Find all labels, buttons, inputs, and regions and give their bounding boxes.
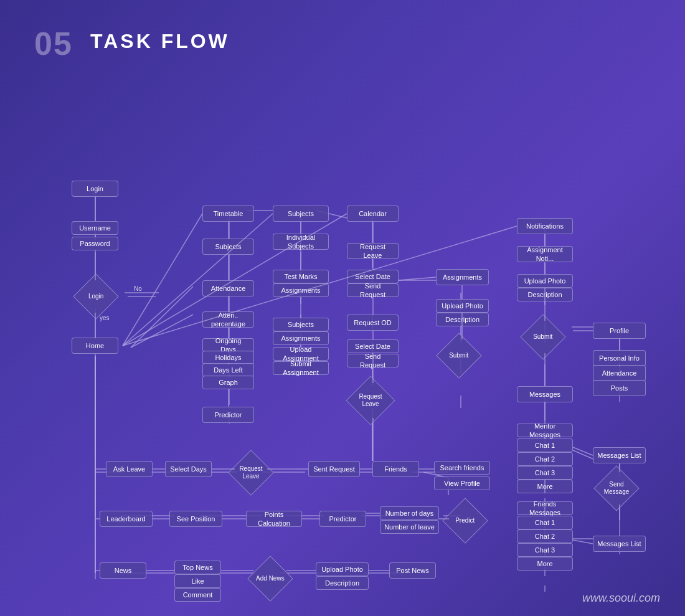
upload-assignment-node: Upload Assignment xyxy=(273,347,329,361)
svg-line-78 xyxy=(572,450,595,460)
svg-line-5 xyxy=(131,287,193,348)
like-node: Like xyxy=(174,574,221,588)
chat1-mentor-node: Chat 1 xyxy=(517,438,573,452)
page-title: TASK FLOW xyxy=(90,30,230,53)
view-profile-node: View Profile xyxy=(434,476,490,490)
flow-canvas: Login Username Password Login No yes Hom… xyxy=(25,69,660,598)
svg-line-108 xyxy=(399,277,436,280)
description-news-node: Description xyxy=(316,576,369,590)
leaderboard-node: Leaderboard xyxy=(100,511,153,527)
select-date2-node: Select Date xyxy=(347,339,399,353)
holidays-node: Holidays xyxy=(202,351,254,364)
assignments-sub-node: Assignments xyxy=(273,283,329,297)
sent-request-node: Sent Request xyxy=(308,461,360,477)
request-leave-diamond2-node: Request Leave xyxy=(228,450,274,496)
notifications-node: Notifications xyxy=(517,218,573,234)
more-mentor-node: More xyxy=(517,480,573,493)
chat1-friends-node: Chat 1 xyxy=(517,516,573,529)
login-diamond-node: Login xyxy=(73,273,119,320)
friends-node: Friends xyxy=(372,461,419,477)
personal-info-node: Personal Info xyxy=(593,350,646,366)
ongoing-days-node: Ongoing Days xyxy=(202,338,254,352)
search-friends-node: Search friends xyxy=(434,461,490,475)
chat2-friends-node: Chat 2 xyxy=(517,529,573,543)
number-leave-node: Number of leave xyxy=(380,520,439,534)
username-node: Username xyxy=(72,221,118,235)
description-right-node: Description xyxy=(517,288,573,301)
page-number: 05 xyxy=(34,25,73,62)
chat3-mentor-node: Chat 3 xyxy=(517,466,573,480)
messages-node: Messages xyxy=(517,386,573,402)
days-left-node: Days Left xyxy=(202,363,254,377)
posts-node: Posts xyxy=(593,380,646,396)
submit-assignment-node: Submit Assignment xyxy=(273,361,329,375)
select-days-node: Select Days xyxy=(165,461,212,477)
upload-photo-right-node: Upload Photo xyxy=(517,274,573,288)
send-message-diamond-node: Send Message xyxy=(593,465,640,511)
description-assign-node: Description xyxy=(436,313,489,326)
svg-line-6 xyxy=(131,315,193,348)
messages-list1-node: Messages List xyxy=(593,447,646,463)
calendar-node: Calendar xyxy=(347,206,399,222)
predict-diamond-node: Predict xyxy=(442,498,488,544)
submit-diamond-node: Submit xyxy=(436,333,482,379)
predictor-mid-node: Predictor xyxy=(319,511,366,527)
add-news-diamond-node: Add News xyxy=(247,556,293,602)
request-od-node: Request OD xyxy=(347,315,399,331)
upload-photo-assign-node: Upload Photo xyxy=(436,299,489,313)
timetable-node: Timetable xyxy=(202,206,254,222)
request-leave-top-node: Request Leave xyxy=(347,243,399,259)
assignment-noti-node: Assignment Noti... xyxy=(517,246,573,262)
chat3-friends-node: Chat 3 xyxy=(517,543,573,557)
submit-diamond2-node: Submit xyxy=(520,314,566,360)
points-calc-node: Points Calcuation xyxy=(246,511,302,527)
subjects-assign-node: Subjects xyxy=(273,318,329,331)
chat2-mentor-node: Chat 2 xyxy=(517,452,573,466)
attendance-profile-node: Attendance xyxy=(593,365,646,381)
individual-subjects-node: Individual Subjects xyxy=(273,234,329,250)
assignments2-node: Assignments xyxy=(273,331,329,345)
password-node: Password xyxy=(72,237,118,250)
subjects-mid-node: Subjects xyxy=(273,206,329,222)
request-leave-diamond-node: Request Leave xyxy=(346,376,395,425)
profile-node: Profile xyxy=(593,323,646,339)
graph-node: Graph xyxy=(202,376,254,389)
attendance-node: Attendance xyxy=(202,280,254,296)
no-label: No xyxy=(134,285,142,292)
svg-line-126 xyxy=(573,447,593,455)
test-marks-node: Test Marks xyxy=(273,270,329,283)
more-friends-node: More xyxy=(517,557,573,571)
send-request2-node: Send Request xyxy=(347,354,399,367)
top-news-node: Top News xyxy=(174,561,221,574)
friends-messages-node: Friends Messages xyxy=(517,501,573,515)
news-node: News xyxy=(100,562,146,579)
svg-line-129 xyxy=(573,540,593,544)
subjects-left-node: Subjects xyxy=(202,239,254,255)
comment-node: Comment xyxy=(174,588,221,602)
send-request1-node: Send Request xyxy=(347,283,399,297)
login-box-node: Login xyxy=(72,181,118,197)
home-node: Home xyxy=(72,338,118,354)
upload-photo-news-node: Upload Photo xyxy=(316,562,369,576)
ask-leave-node: Ask Leave xyxy=(106,461,153,477)
atten-pct-node: Atten.. percentage xyxy=(202,311,254,328)
messages-list2-node: Messages List xyxy=(593,536,646,552)
assignments-right-node: Assignments xyxy=(436,269,489,285)
mentor-messages-node: Mentor Messages xyxy=(517,424,573,437)
svg-line-86 xyxy=(123,214,202,346)
yes-label: yes xyxy=(100,315,110,321)
number-days-node: Number of days xyxy=(380,506,439,520)
see-position-node: See Position xyxy=(169,511,222,527)
post-news-node: Post News xyxy=(389,562,436,579)
predictor-left-node: Predictor xyxy=(202,407,254,423)
